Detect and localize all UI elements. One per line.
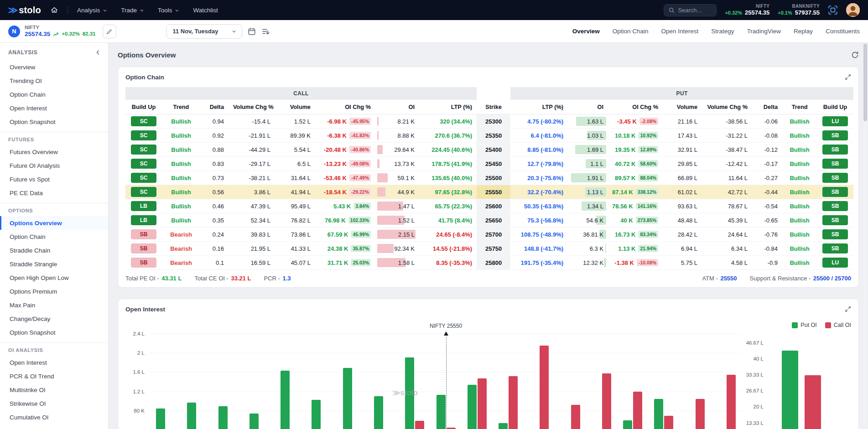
search-input[interactable]: Search... — [664, 4, 717, 16]
sidebar-item-option-snapshot[interactable]: Option Snapshot — [0, 115, 108, 129]
put-delta: -0.17 — [752, 157, 782, 171]
call-oi-bar[interactable] — [664, 416, 673, 429]
call-oi-bar[interactable] — [540, 346, 549, 429]
tab-replay[interactable]: Replay — [794, 28, 813, 35]
call-oi-bar[interactable] — [571, 405, 580, 429]
call-trend: Bullish — [162, 129, 200, 143]
sidebar-collapse-icon[interactable] — [95, 50, 101, 55]
call-oi-bar[interactable] — [415, 421, 424, 429]
sidebar-item-trending-oi[interactable]: Trending OI — [0, 74, 108, 88]
index-banknifty[interactable]: BANKNIFTY+0.1%57937.55 — [778, 4, 820, 16]
sidebar-item-change-decay[interactable]: Change/Decay — [0, 312, 108, 326]
put-oi-bar[interactable] — [281, 371, 290, 429]
put-oi-bar[interactable] — [218, 406, 228, 429]
call-group-header: CALL — [125, 87, 477, 100]
col-header-put-oi-chg: OI Chg % — [608, 100, 663, 114]
sidebar-item-strikewise-oi[interactable]: Strikewise OI — [0, 397, 108, 410]
menu-watchlist[interactable]: Watchlist — [193, 7, 218, 14]
put-oi-total-bar[interactable] — [782, 351, 798, 429]
put-trend: Bullish — [782, 143, 817, 157]
page-scrollbar[interactable] — [863, 44, 867, 427]
option-chain-row[interactable]: LBBullish0.4647.39 L95.49 L5.43 K3.84%1.… — [125, 199, 853, 213]
option-chain-row[interactable]: LBBullish0.3552.34 L76.82 L76.98 K102.33… — [125, 213, 853, 227]
sidebar-item-pcr-oi-trend[interactable]: PCR & OI Trend — [0, 369, 108, 383]
scrollbar-thumb[interactable] — [863, 44, 867, 121]
edit-symbol-button[interactable] — [103, 25, 116, 38]
sidebar-item-future-oi-analysis[interactable]: Future OI Analysis — [0, 159, 108, 172]
put-oi-bar[interactable] — [156, 408, 165, 429]
put-oi-bar[interactable] — [374, 396, 383, 429]
chevron-down-icon — [140, 8, 144, 13]
tab-option-chain[interactable]: Option Chain — [613, 28, 649, 35]
sidebar-item-option-snapshot[interactable]: Option Snapshot — [0, 326, 108, 339]
put-oi-bar[interactable] — [343, 368, 352, 429]
call-oi-bar[interactable] — [509, 376, 518, 429]
option-chain-row[interactable]: SBBearish0.1621.95 L41.33 L24.38 K35.87%… — [125, 242, 853, 256]
option-chain-row[interactable]: SBBearish0.116.59 L45.07 L31.71 K25.03%1… — [125, 256, 853, 270]
sidebar-item-pe-ce-data[interactable]: PE CE Data — [0, 186, 108, 200]
put-oi-bar[interactable] — [499, 423, 508, 429]
tab-open-interest[interactable]: Open Interest — [661, 28, 699, 35]
tab-tradingview[interactable]: TradingView — [747, 28, 781, 35]
call-buildup: SB — [125, 242, 162, 256]
expand-icon[interactable] — [845, 306, 851, 312]
sidebar-item-straddle-chain[interactable]: Straddle Chain — [0, 243, 108, 257]
put-oi-bar[interactable] — [654, 399, 663, 429]
call-oi-bar[interactable] — [478, 378, 487, 429]
put-oi-bar[interactable] — [187, 403, 196, 429]
home-icon[interactable] — [50, 6, 58, 14]
option-chain-row[interactable]: SCBullish0.73-38.21 L31.64 L-53.46 K-47.… — [125, 171, 853, 185]
sidebar-item-options-premium[interactable]: Options Premium — [0, 284, 108, 298]
sidebar-item-max-pain[interactable]: Max Pain — [0, 298, 108, 312]
sidebar-item-intraday-oi-breakup[interactable]: Intraday OI Breakup — [0, 424, 108, 429]
tab-constituents[interactable]: Constituents — [826, 28, 860, 35]
option-chain-row[interactable]: SCBullish0.92-21.91 L89.39 K-6.38 K-41.8… — [125, 129, 853, 143]
avatar[interactable] — [846, 3, 860, 17]
strike: 25750 — [477, 242, 510, 256]
put-oi-bar[interactable] — [249, 413, 259, 429]
tab-overview[interactable]: Overview — [572, 28, 600, 35]
option-chain-row[interactable]: SCBullish0.94-15.4 L1.52 L-6.98 K-45.95%… — [125, 114, 853, 129]
put-delta: -0.84 — [752, 242, 782, 256]
call-oi-total-bar[interactable] — [805, 375, 821, 429]
put-oi-bar[interactable] — [312, 400, 321, 429]
sidebar-item-futures-overview[interactable]: Futures Overview — [0, 145, 108, 159]
put-oi-bar[interactable] — [437, 395, 446, 429]
sidebar-item-open-interest[interactable]: Open Interest — [0, 356, 108, 369]
sidebar-item-open-interest[interactable]: Open Interest — [0, 101, 108, 115]
menu-trade[interactable]: Trade — [121, 7, 144, 14]
menu-tools[interactable]: Tools — [158, 7, 180, 14]
date-selector[interactable]: 11 Nov, Tuesday — [166, 24, 242, 39]
col-header-put-trend: Trend — [782, 100, 817, 114]
call-oi-bar[interactable] — [633, 392, 642, 429]
tab-strategy[interactable]: Strategy — [711, 28, 734, 35]
call-oi-bar[interactable] — [602, 373, 611, 429]
sidebar-item-straddle-strangle[interactable]: Straddle Strangle — [0, 257, 108, 271]
put-oi-bar[interactable] — [468, 385, 477, 429]
option-chain-row[interactable]: SBBearish0.2439.83 L73.86 L67.59 K45.99%… — [125, 227, 853, 242]
index-nifty[interactable]: NIFTY+0.32%25574.35 — [725, 4, 769, 16]
expiry-list-icon[interactable] — [261, 27, 270, 36]
call-buildup: SC — [125, 129, 162, 143]
option-chain-row[interactable]: SCBullish0.563.86 L41.94 L-18.54 K-29.22… — [125, 185, 853, 199]
call-oi-bar[interactable] — [727, 375, 736, 429]
refresh-icon[interactable] — [851, 51, 859, 59]
option-chain-row[interactable]: SCBullish0.88-44.29 L5.54 L-20.48 K-40.8… — [125, 143, 853, 157]
option-chain-row[interactable]: SCBullish0.83-29.17 L6.5 L-13.23 K-49.08… — [125, 157, 853, 171]
sidebar-item-multistrike-oi[interactable]: Multistrike OI — [0, 383, 108, 397]
calendar-icon[interactable] — [248, 27, 256, 36]
sidebar-item-open-high-open-low[interactable]: Open High Open Low — [0, 271, 108, 284]
call-oi: 2.15 L — [375, 227, 419, 242]
screener-icon[interactable] — [828, 5, 838, 15]
sidebar-item-options-overview[interactable]: Options Overview — [0, 216, 108, 230]
stolo-logo[interactable]: ≫stolo — [8, 5, 41, 16]
sidebar-item-option-chain[interactable]: Option Chain — [0, 230, 108, 243]
expand-icon[interactable] — [845, 74, 851, 80]
menu-analysis[interactable]: Analysis — [77, 7, 107, 14]
sidebar-item-overview[interactable]: Overview — [0, 60, 108, 74]
sidebar-item-option-chain[interactable]: Option Chain — [0, 88, 108, 101]
sidebar-item-future-vs-spot[interactable]: Future vs Spot — [0, 172, 108, 186]
sidebar-item-cumulative-oi[interactable]: Cumulative OI — [0, 410, 108, 424]
put-oi-bar[interactable] — [623, 420, 632, 429]
call-oi-bar[interactable] — [696, 399, 705, 429]
